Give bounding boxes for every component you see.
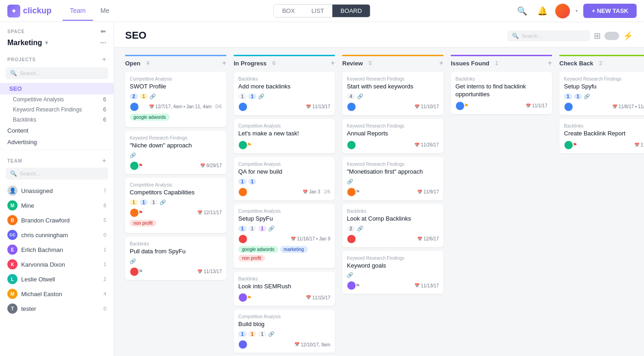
- user-avatar[interactable]: [555, 4, 570, 18]
- col-add-btn-3[interactable]: +: [548, 59, 552, 67]
- search-btn[interactable]: 🔍: [515, 4, 529, 18]
- card-date-3-0: 📅 11/1/17: [526, 103, 547, 108]
- column-check-back: Check Back 2 + Keyword Research Findings…: [559, 55, 644, 157]
- add-team-btn[interactable]: +: [102, 157, 106, 165]
- card-avatar-2-4: [347, 281, 356, 290]
- col-title-1: In Progress: [234, 60, 267, 67]
- sidebar-item-content[interactable]: Content: [0, 125, 114, 136]
- card-avatar-4-0: [564, 102, 573, 111]
- card-4-1[interactable]: Backlinks Create Backlink Report ⚑📅 11/2…: [559, 119, 644, 153]
- card-1-3[interactable]: Competitive Analysis Setup SpyFu 111🔗 📅 …: [234, 204, 335, 268]
- card-1-4[interactable]: Backlinks Look into SEMRush ⚑📅 11/15/17: [234, 272, 335, 306]
- sidebar-item-seo[interactable]: SEO: [0, 83, 114, 94]
- notifications-btn[interactable]: 🔔: [535, 4, 550, 18]
- card-date-0-0: 📅 12/7/17, 4am • Jan 11, 4am: [149, 104, 212, 109]
- team-avatar-erlich: E: [7, 245, 17, 255]
- team-item-brandon[interactable]: B Brandon Crawford 5: [0, 213, 114, 228]
- team-item-karvonnia[interactable]: K Karvonnia Dixon 1: [0, 257, 114, 272]
- toggle-btn[interactable]: [604, 32, 619, 40]
- team-avatar-michael: M: [7, 289, 17, 299]
- card-badges-1-5: 111🔗: [238, 331, 330, 337]
- card-avatars-1-1: [238, 140, 245, 150]
- card-0-1[interactable]: Keyword Research Findings "Niche down" a…: [125, 131, 226, 174]
- sidebar-search[interactable]: 🔍 Search...: [6, 67, 108, 79]
- nav-tabs: Team Me: [63, 1, 117, 21]
- card-category-4-0: Keyword Research Findings: [564, 76, 644, 82]
- card-category-4-1: Backlinks: [564, 123, 644, 128]
- sidebar-item-backlinks[interactable]: Backlinks 6: [0, 115, 114, 125]
- add-project-btn[interactable]: +: [102, 55, 106, 64]
- card-title-1-2: QA for new build: [238, 168, 330, 176]
- team-avatar-karvonnia: K: [7, 259, 17, 269]
- card-2-1[interactable]: Keyword Research Findings Annual Reports…: [342, 119, 443, 153]
- view-list-btn[interactable]: LIST: [303, 5, 332, 17]
- col-add-btn-2[interactable]: +: [439, 59, 443, 67]
- card-2-0[interactable]: Keyword Research Findings Start with see…: [342, 72, 443, 115]
- card-category-0-0: Competitive Analysis: [130, 76, 222, 82]
- col-count-0: 4: [143, 60, 152, 66]
- grid-view-btn[interactable]: ⊞: [594, 31, 601, 41]
- sidebar-item-advertising[interactable]: Advertising: [0, 136, 114, 148]
- team-item-chris[interactable]: CC chris cunningham 0: [0, 228, 114, 242]
- team-item-erlich[interactable]: E Erlich Bachman 1: [0, 242, 114, 257]
- card-footer-2-3: 📅 12/6/17: [347, 234, 439, 244]
- team-header: TEAM +: [0, 152, 114, 167]
- sidebar-item-seo-label: SEO: [9, 85, 22, 92]
- collapse-sidebar-btn[interactable]: ⬅: [100, 28, 106, 35]
- priority-flag-4-1: ⚑: [573, 142, 577, 148]
- card-footer-2-1: 📅 11/26/17: [347, 140, 439, 150]
- logo[interactable]: ✦ clickup: [7, 5, 52, 18]
- card-3-0[interactable]: Backlinks Get interns to find backlink o…: [451, 72, 552, 114]
- col-count-2: 5: [366, 60, 375, 66]
- view-board-btn[interactable]: BOARD: [332, 5, 370, 17]
- card-2-2[interactable]: Keyword Research Findings "Monetisation …: [342, 157, 443, 200]
- card-0-0[interactable]: Competitive Analysis SWOT Profile 21🔗 📅 …: [125, 72, 226, 127]
- card-date-0-3: 📅 11/13/17: [197, 269, 222, 274]
- badge-1-0-1: 1: [248, 93, 257, 99]
- link-icon-2-3: 🔗: [357, 226, 363, 232]
- view-box-btn[interactable]: BOX: [274, 5, 303, 17]
- card-0-2[interactable]: Competitive Analysis Competitors Capabil…: [125, 178, 226, 233]
- card-title-1-1: Let's make a new task!: [238, 130, 330, 138]
- card-tags-0-0: google adwords: [130, 114, 222, 121]
- card-date-1-4: 📅 11/15/17: [306, 295, 330, 300]
- card-badges-1-2: 11: [238, 179, 330, 185]
- card-1-1[interactable]: Competitive Analysis Let's make a new ta…: [234, 119, 335, 153]
- card-1-2[interactable]: Competitive Analysis QA for new build 11…: [234, 157, 335, 200]
- card-2-4[interactable]: Keyword Research Findings Keyword goals …: [342, 251, 443, 294]
- col-add-btn-1[interactable]: +: [331, 59, 335, 67]
- avatar-caret[interactable]: ▾: [575, 8, 578, 13]
- card-0-3[interactable]: Backlinks Pull data from SpyFu 🔗 ⚑📅 11/1…: [125, 237, 226, 280]
- card-date-4-0: 📅 11/8/17 • 11/28/17: [612, 104, 644, 109]
- filter-btn[interactable]: ⚡: [623, 31, 633, 41]
- board-search-input[interactable]: 🔍 Search...: [507, 30, 590, 41]
- card-date-2-1: 📅 11/26/17: [414, 142, 439, 147]
- team-search[interactable]: 🔍 Search...: [6, 168, 108, 180]
- card-1-5[interactable]: Competitive Analysis Build blog 111🔗 📅 1…: [234, 309, 335, 353]
- new-task-button[interactable]: + NEW TASK: [583, 4, 637, 18]
- card-2-3[interactable]: Backlinks Look at Comp Backlinks 2🔗 📅 12…: [342, 204, 443, 247]
- card-date-2-4: 📅 11/13/17: [414, 283, 439, 288]
- badge-1-5-0: 1: [238, 331, 247, 337]
- nav-tab-me[interactable]: Me: [93, 1, 116, 21]
- sidebar-item-competitive-analysis[interactable]: Competitive Analysis 6: [0, 94, 114, 105]
- badge-2-3-0: 2: [347, 226, 355, 232]
- sidebar-item-keyword-research[interactable]: Keyword Research Findings 6: [0, 105, 114, 115]
- card-date-4-1: 📅 11/2/17: [634, 142, 644, 147]
- card-4-0[interactable]: Keyword Research Findings Setup Spyfu 11…: [559, 72, 644, 115]
- badge-1-3-2: 1: [258, 226, 266, 232]
- team-avatar-chris: CC: [7, 230, 17, 240]
- card-avatars-3-0: [455, 101, 462, 111]
- space-name[interactable]: Marketing ▾ ···: [7, 37, 106, 49]
- team-item-tester[interactable]: T tester 0: [0, 301, 114, 316]
- card-avatars-1-5: [238, 340, 245, 349]
- team-item-leslie[interactable]: L Leslie Otwell 2: [0, 272, 114, 286]
- nav-tab-team[interactable]: Team: [63, 1, 93, 21]
- card-1-0[interactable]: Backlinks Add more backlinks 11🔗 📅 11/13…: [234, 72, 335, 115]
- col-add-btn-0[interactable]: +: [222, 59, 226, 67]
- link-icon-4-0: 🔗: [584, 93, 590, 99]
- card-badges-2-0: 4🔗: [347, 93, 439, 99]
- team-item-mine[interactable]: M Mine 8: [0, 198, 114, 213]
- team-item-michael[interactable]: M Michael Easton 4: [0, 286, 114, 301]
- team-item-unassigned[interactable]: 👤 Unassigned 7: [0, 183, 114, 198]
